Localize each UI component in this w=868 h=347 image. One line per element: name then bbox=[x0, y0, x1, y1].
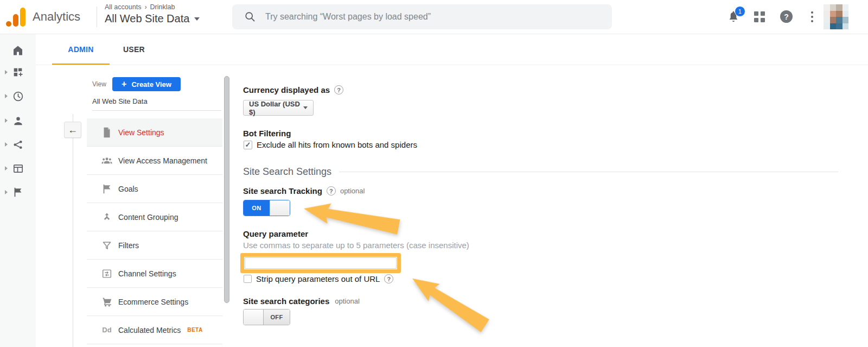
audience-icon bbox=[12, 115, 24, 127]
conversions-flag-icon bbox=[12, 186, 24, 198]
annotation-arrow-tracking-toggle bbox=[301, 195, 401, 242]
settings-menu-item-label: Ecommerce Settings bbox=[118, 298, 188, 306]
help-icon[interactable]: ? bbox=[780, 10, 793, 23]
strip-query-help-icon[interactable]: ? bbox=[384, 274, 393, 283]
ga-admin-page: Analytics All accounts › Drinklab All We… bbox=[0, 0, 868, 347]
site-search-tracking-toggle[interactable]: ON bbox=[243, 200, 290, 216]
chevron-right-icon bbox=[5, 190, 8, 194]
filter-icon bbox=[101, 239, 113, 251]
sidebar-item-audience[interactable] bbox=[0, 113, 36, 128]
site-search-categories-label: Site search categories bbox=[243, 296, 329, 306]
avatar[interactable] bbox=[824, 4, 848, 29]
panel-collapse-line bbox=[73, 114, 73, 347]
bot-filtering-checkbox[interactable]: ✓ bbox=[244, 141, 252, 149]
create-view-label: Create View bbox=[131, 80, 171, 89]
optional-tag: optional bbox=[335, 297, 360, 305]
settings-menu-item[interactable]: Goals bbox=[87, 175, 222, 203]
beta-badge: BETA bbox=[187, 327, 202, 333]
currency-selected-value: US Dollar (USD $) bbox=[249, 100, 303, 116]
notifications-bell-icon[interactable]: 1 bbox=[727, 9, 741, 24]
tab-user[interactable]: USER bbox=[110, 34, 158, 65]
search-icon bbox=[244, 11, 256, 23]
sidebar-item-customization[interactable] bbox=[0, 65, 36, 79]
sidebar-item-behavior[interactable] bbox=[0, 161, 36, 175]
header-search-input[interactable] bbox=[264, 11, 570, 22]
settings-menu-item-label: View Access Management bbox=[118, 156, 207, 165]
query-parameter-hint: Use commas to separate up to 5 parameter… bbox=[243, 241, 469, 250]
tab-admin[interactable]: ADMIN bbox=[52, 34, 110, 65]
apps-grid-icon[interactable] bbox=[754, 11, 765, 23]
section-divider-line bbox=[339, 172, 838, 172]
settings-menu-item[interactable]: Ecommerce Settings bbox=[87, 288, 222, 316]
sidebar-item-realtime[interactable] bbox=[0, 89, 36, 103]
cart-icon bbox=[101, 296, 113, 308]
settings-menu-item[interactable]: DdCalculated MetricsBETA bbox=[87, 316, 222, 344]
calculated-metrics-icon: Dd bbox=[101, 324, 113, 336]
bot-filtering-label: Bot Filtering bbox=[243, 129, 291, 138]
collapse-panel-button[interactable]: ← bbox=[64, 122, 81, 138]
strip-query-checkbox[interactable] bbox=[244, 275, 252, 283]
query-parameter-label: Query parameter bbox=[243, 229, 308, 238]
settings-menu: View SettingsView Access ManagementGoals… bbox=[87, 118, 222, 344]
breadcrumb: All accounts › Drinklab All Web Site Dat… bbox=[105, 3, 200, 25]
panel-scrollbar-thumb[interactable] bbox=[224, 76, 229, 303]
app-header: Analytics All accounts › Drinklab All We… bbox=[0, 0, 868, 34]
goal-flag-icon bbox=[101, 183, 113, 195]
header-divider bbox=[97, 7, 97, 27]
chevron-down-icon bbox=[194, 17, 200, 21]
breadcrumb-separator: › bbox=[144, 3, 146, 11]
toggle-off-label: OFF bbox=[264, 310, 290, 325]
chevron-right-icon bbox=[5, 94, 8, 98]
breadcrumb-property[interactable]: Drinklab bbox=[150, 3, 175, 11]
acquisition-icon bbox=[12, 138, 24, 151]
query-parameter-input[interactable] bbox=[245, 257, 397, 269]
settings-menu-item[interactable]: Filters bbox=[87, 231, 222, 260]
more-options-icon[interactable] bbox=[807, 11, 817, 22]
create-view-button[interactable]: + Create View bbox=[112, 77, 181, 91]
help-glyph: ? bbox=[784, 12, 789, 21]
annotation-arrow-query-input bbox=[404, 268, 493, 339]
toggle-knob bbox=[270, 200, 290, 216]
back-arrow-icon: ← bbox=[68, 124, 78, 136]
toggle-knob bbox=[244, 310, 264, 325]
site-search-section-title: Site Search Settings bbox=[243, 166, 331, 178]
content-grouping-icon bbox=[101, 211, 113, 223]
view-column-label: View bbox=[92, 80, 106, 88]
site-search-tracking-help-icon[interactable]: ? bbox=[327, 186, 336, 195]
sidebar-item-conversions[interactable] bbox=[0, 185, 36, 199]
settings-menu-item[interactable]: View Access Management bbox=[87, 147, 222, 175]
settings-menu-item-label: View Settings bbox=[118, 128, 164, 137]
view-selector-label: All Web Site Data bbox=[105, 12, 189, 25]
settings-menu-item[interactable]: Content Grouping bbox=[87, 203, 222, 231]
chevron-right-icon bbox=[5, 166, 8, 171]
site-search-tracking-label: Site search Tracking bbox=[243, 186, 322, 195]
behavior-icon bbox=[12, 162, 24, 175]
site-search-section: Site Search Settings bbox=[243, 166, 838, 178]
settings-menu-item-label: Calculated Metrics bbox=[118, 326, 181, 335]
view-selector[interactable]: All Web Site Data bbox=[105, 12, 200, 25]
currency-help-icon[interactable]: ? bbox=[334, 85, 343, 94]
sidebar-item-acquisition[interactable] bbox=[0, 137, 36, 152]
tab-user-label: USER bbox=[123, 45, 145, 54]
notification-badge: 1 bbox=[735, 6, 745, 17]
breadcrumb-accounts[interactable]: All accounts bbox=[105, 3, 141, 11]
left-nav-rail bbox=[0, 34, 36, 347]
currency-label: Currency displayed as bbox=[243, 85, 330, 94]
analytics-logo-icon bbox=[5, 7, 26, 27]
tab-admin-label: ADMIN bbox=[68, 45, 93, 54]
settings-menu-item-label: Content Grouping bbox=[118, 213, 178, 222]
product-name: Analytics bbox=[33, 10, 80, 24]
customization-icon bbox=[12, 66, 24, 78]
home-icon bbox=[11, 44, 24, 57]
document-icon bbox=[101, 127, 113, 138]
site-search-categories-toggle[interactable]: OFF bbox=[243, 309, 290, 325]
analytics-logo[interactable]: Analytics bbox=[5, 7, 80, 27]
header-search bbox=[232, 4, 612, 29]
current-view-name: All Web Site Data bbox=[92, 97, 148, 105]
settings-menu-item[interactable]: View Settings bbox=[87, 118, 222, 147]
currency-dropdown[interactable]: US Dollar (USD $) bbox=[243, 100, 314, 116]
settings-menu-item[interactable]: Channel Settings bbox=[87, 260, 222, 288]
people-icon bbox=[101, 155, 113, 167]
sidebar-item-home[interactable] bbox=[0, 43, 36, 58]
dropdown-caret-icon bbox=[303, 106, 308, 109]
